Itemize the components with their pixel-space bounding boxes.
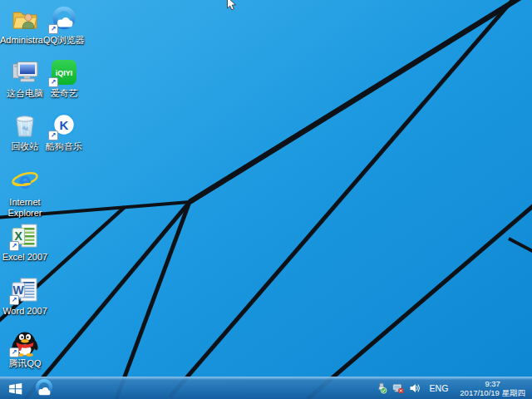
recycle-bin-icon	[11, 111, 39, 140]
qq-browser-icon: ↗	[50, 5, 78, 33]
iqiyi-icon: iQIYI ↗	[50, 58, 78, 86]
desktop-icon-internet-explorer[interactable]: e Internet Explorer	[0, 167, 50, 219]
desktop-icon-kugou-music[interactable]: K ↗ 酷狗音乐	[39, 111, 89, 152]
icon-label: QQ浏览器	[39, 35, 89, 46]
icon-label: 酷狗音乐	[39, 141, 89, 152]
qq-penguin-icon: ↗	[11, 328, 39, 357]
mouse-cursor-icon	[226, 0, 237, 12]
windows-logo-icon	[8, 382, 22, 395]
clock-date: 2017/10/19 星期四	[460, 388, 525, 397]
shortcut-arrow-icon: ↗	[9, 347, 19, 357]
usb-safely-remove-icon[interactable]	[376, 382, 388, 395]
icon-label: Excel 2007	[0, 252, 50, 263]
taskbar-qq-browser-button[interactable]	[30, 377, 58, 399]
desktop-icon-tencent-qq[interactable]: ↗ 腾讯QQ	[0, 328, 50, 369]
kugou-k-glyph: K	[60, 118, 69, 132]
desktop: Administra... ↗ QQ浏览器	[0, 0, 532, 399]
shortcut-arrow-icon: ↗	[9, 241, 19, 251]
language-indicator[interactable]: ENG	[426, 383, 453, 393]
taskbar-clock[interactable]: 9:37 2017/10/19 星期四	[456, 379, 529, 397]
taskbar: ENG 9:37 2017/10/19 星期四	[0, 377, 532, 399]
desktop-icon-excel-2007[interactable]: X ↗ Excel 2007	[0, 222, 50, 263]
shortcut-arrow-icon: ↗	[48, 131, 58, 140]
desktop-icon-qq-browser[interactable]: ↗ QQ浏览器	[39, 5, 89, 46]
icon-label: 腾讯QQ	[0, 358, 50, 369]
user-folder-icon	[11, 5, 39, 33]
icon-label: Word 2007	[0, 306, 50, 317]
kugou-music-icon: K ↗	[50, 111, 78, 140]
shortcut-arrow-icon: ↗	[48, 24, 58, 34]
shortcut-arrow-icon: ↗	[9, 295, 19, 305]
computer-icon	[11, 58, 39, 86]
clock-time: 9:37	[460, 379, 525, 388]
volume-icon[interactable]	[409, 382, 421, 395]
iqiyi-logo-text: iQIYI	[56, 69, 73, 77]
desktop-icon-word-2007[interactable]: W ↗ Word 2007	[0, 276, 50, 317]
icon-label: Internet Explorer	[0, 197, 50, 219]
desktop-icon-iqiyi[interactable]: iQIYI ↗ 爱奇艺	[39, 58, 89, 99]
network-disconnected-icon[interactable]	[392, 382, 405, 395]
shortcut-arrow-icon: ↗	[48, 77, 58, 87]
ie-e-glyph: e	[18, 169, 31, 194]
internet-explorer-icon: e	[11, 167, 39, 195]
excel-icon: X ↗	[11, 222, 39, 250]
icon-label: 爱奇艺	[39, 88, 89, 99]
qq-browser-icon	[34, 378, 54, 398]
start-button[interactable]	[0, 377, 30, 399]
system-tray: ENG 9:37 2017/10/19 星期四	[376, 377, 532, 399]
word-icon: W ↗	[11, 276, 39, 304]
